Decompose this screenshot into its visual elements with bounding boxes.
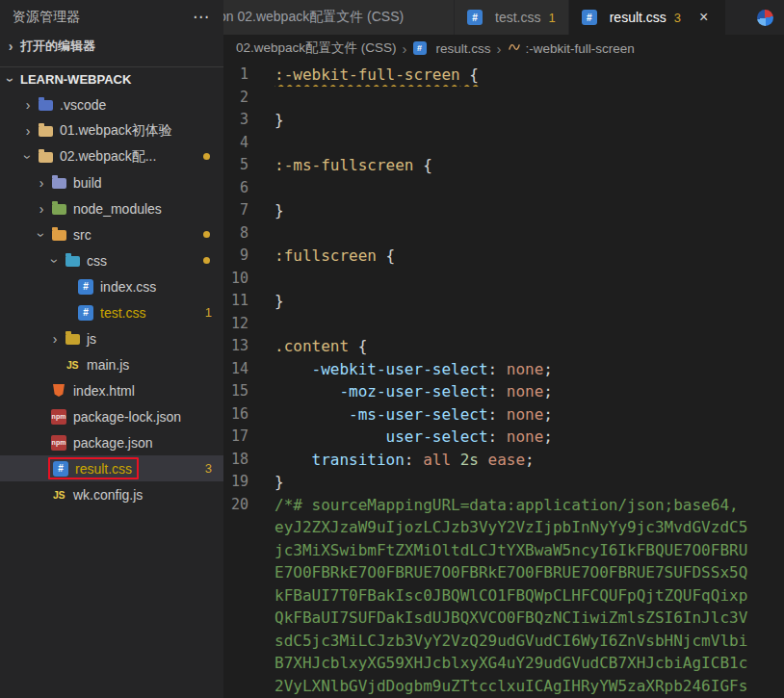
code-line-content[interactable] <box>274 313 784 336</box>
chevron-expanded-icon[interactable]: › <box>48 254 62 268</box>
code-line-content[interactable]: sdC5jc3MiLCJzb3VyY2VzQ29udGVudCI6WyI6ZnV… <box>274 630 784 653</box>
code-line-content[interactable]: -ms-user-select: none; <box>274 403 784 427</box>
chevron-expanded-icon[interactable]: › <box>21 150 35 164</box>
workspace-section-header[interactable]: › LEARN-WEBPACK <box>0 66 223 91</box>
tree-item-label: index.html <box>73 383 135 399</box>
code-line-content[interactable]: E7O0FBRkE7O0FBRUE7O0FBRkE7O0FBRUE7O0FBRU… <box>274 561 784 584</box>
tab-02-webpack[interactable]: on 02.webpack配置文件 (CSS) <box>223 0 455 35</box>
line-number <box>223 652 274 675</box>
code-line-content[interactable]: QkFBaUI7SUFDakIsdUJBQXVCO0FBQzNCIiwiZmls… <box>274 607 784 630</box>
code-editor[interactable]: 1:-webkit-full-screen {23}45:-ms-fullscr… <box>223 62 784 698</box>
code-line-content[interactable]: B7XHJcblxyXG59XHJcblxyXG4uY29udGVudCB7XH… <box>274 652 784 675</box>
code-line-content[interactable]: eyJ2ZXJzaW9uIjozLCJzb3VyY2VzIjpbInNyYy9j… <box>274 516 784 539</box>
code-line: 10 <box>223 268 784 291</box>
tree-item-wk-config-js[interactable]: JSwk.config.js <box>0 481 223 507</box>
more-actions-icon[interactable]: ⋯ <box>193 7 210 27</box>
line-number: 18 <box>223 449 274 472</box>
code-line-content[interactable]: jc3MiXSwibmFtZXMiOltdLCJtYXBwaW5ncyI6IkF… <box>274 539 784 562</box>
tree-item-result-css[interactable]: #result.css3 <box>0 455 223 481</box>
line-number: 20 <box>223 494 274 517</box>
tab-result-css[interactable]: #result.css3× <box>569 0 726 35</box>
code-line-content[interactable] <box>274 132 784 155</box>
css-file-icon: # <box>78 279 93 295</box>
crumb-file[interactable]: #result.css <box>413 41 491 56</box>
chevron-collapsed-icon[interactable]: › <box>21 98 35 112</box>
modified-dot <box>203 231 210 238</box>
code-line: 12 <box>223 313 784 336</box>
tree-item-node-modules[interactable]: ›node_modules <box>0 195 223 221</box>
tree-item-package-lock-json[interactable]: npmpackage-lock.json <box>0 403 223 429</box>
code-line: sdC5jc3MiLCJzb3VyY2VzQ29udGVudCI6WyI6ZnV… <box>223 630 784 653</box>
code-line-content[interactable]: kFBaUI7T0FBakIsc0JBQWlCO1FBQWpCLHFCQUFpQ… <box>274 584 784 608</box>
code-line-content[interactable] <box>274 87 784 110</box>
tree-item-index-html[interactable]: index.html <box>0 377 223 403</box>
folder-icon <box>51 227 66 243</box>
chevron-expanded-icon[interactable]: › <box>35 228 48 242</box>
code-line-content[interactable] <box>274 222 784 246</box>
open-editors-section[interactable]: › 打开的编辑器 <box>0 34 223 58</box>
code-line-content[interactable]: -moz-user-select: none; <box>274 380 784 403</box>
tree-item-02-webpack[interactable]: ›02.webpack配... <box>0 143 223 169</box>
tree-item-label: .vscode <box>60 97 106 113</box>
line-number: 19 <box>223 471 274 494</box>
code-line: 2VyLXNlbGVjdDogbm9uZTtcclxuICAgIHRyYW5za… <box>223 675 784 698</box>
tree-item-label: js <box>87 331 96 347</box>
code-line-content[interactable]: } <box>274 290 784 313</box>
tree-item-01-webpack[interactable]: ›01.webpack初体验 <box>0 117 223 143</box>
code-line-content[interactable]: } <box>274 471 784 494</box>
code-line: 15 -moz-user-select: none; <box>223 380 784 403</box>
code-line-content[interactable]: } <box>274 199 784 222</box>
code-line-content[interactable] <box>274 268 784 291</box>
tab-test-css[interactable]: #test.css1 <box>455 0 569 35</box>
line-number: 4 <box>223 132 274 155</box>
code-line: 17 user-select: none; <box>223 426 784 449</box>
tree-item-main-js[interactable]: JSmain.js <box>0 351 223 377</box>
code-line: jc3MiXSwibmFtZXMiOltdLCJtYXBwaW5ncyI6IkF… <box>223 539 784 562</box>
tree-item-test-css[interactable]: #test.css1 <box>0 299 223 325</box>
tree-item-label: package-lock.json <box>73 409 181 425</box>
tree-item-label: 02.webpack配... <box>60 148 156 166</box>
css-file-icon: # <box>467 10 483 25</box>
tree-item-css-folder[interactable]: ›css <box>0 247 223 273</box>
code-line: 4 <box>223 132 784 155</box>
code-line: 1:-webkit-full-screen { <box>223 64 784 87</box>
crumb-symbol[interactable]: :-webkit-full-screen <box>508 40 635 57</box>
line-number: 14 <box>223 358 274 381</box>
code-line-content[interactable]: .content { <box>274 335 784 358</box>
code-line-content[interactable]: } <box>274 109 784 132</box>
code-line-content[interactable]: transition: all 2s ease; <box>274 449 784 472</box>
css-file-icon: # <box>53 461 68 477</box>
tree-item-package-json[interactable]: npmpackage.json <box>0 429 223 455</box>
code-line-content[interactable]: /*# sourceMappingURL=data:application/js… <box>274 494 784 517</box>
tree-item-inner: 02.webpack配... <box>35 145 159 168</box>
breadcrumb-separator-icon: › <box>497 40 502 57</box>
chevron-collapsed-icon[interactable]: › <box>48 332 62 346</box>
code-line-content[interactable]: 2VyLXNlbGVjdDogbm9uZTtcclxuICAgIHRyYW5za… <box>274 675 784 698</box>
chevron-collapsed-icon[interactable]: › <box>35 176 48 190</box>
code-line-content[interactable]: :-webkit-full-screen { <box>274 64 784 87</box>
line-number: 5 <box>223 154 274 177</box>
chevron-collapsed-icon[interactable]: › <box>35 202 48 216</box>
close-icon[interactable]: × <box>694 9 713 27</box>
explorer-sidebar: 资源管理器 ⋯ › 打开的编辑器 › LEARN-WEBPACK ›.vscod… <box>0 0 223 698</box>
tree-item-vscode-folder[interactable]: ›.vscode <box>0 91 223 117</box>
folder-icon <box>65 253 80 269</box>
tree-item-inner: index.html <box>48 379 138 401</box>
code-line-content[interactable]: :-ms-fullscreen { <box>274 154 784 177</box>
code-line-content[interactable] <box>274 177 784 200</box>
browser-globe-icon[interactable] <box>757 10 773 26</box>
tree-item-src[interactable]: ›src <box>0 221 223 247</box>
editor-area: on 02.webpack配置文件 (CSS)#test.css1#result… <box>223 0 784 698</box>
code-line-content[interactable]: :fullscreen { <box>274 245 784 268</box>
tree-item-index-css[interactable]: #index.css <box>0 273 223 299</box>
tree-item-build[interactable]: ›build <box>0 169 223 195</box>
code-line-content[interactable]: -webkit-user-select: none; <box>274 358 784 381</box>
chevron-collapsed-icon[interactable]: › <box>21 124 35 138</box>
code-line: 18 transition: all 2s ease; <box>223 449 784 472</box>
code-line-content[interactable]: user-select: none; <box>274 426 784 449</box>
js-file-icon: JS <box>65 357 80 373</box>
html-file-icon <box>51 383 66 399</box>
line-number <box>223 561 274 584</box>
tree-item-js-folder[interactable]: ›js <box>0 325 223 351</box>
crumb-folder[interactable]: 02.webpack配置文件 (CSS) <box>236 39 397 57</box>
